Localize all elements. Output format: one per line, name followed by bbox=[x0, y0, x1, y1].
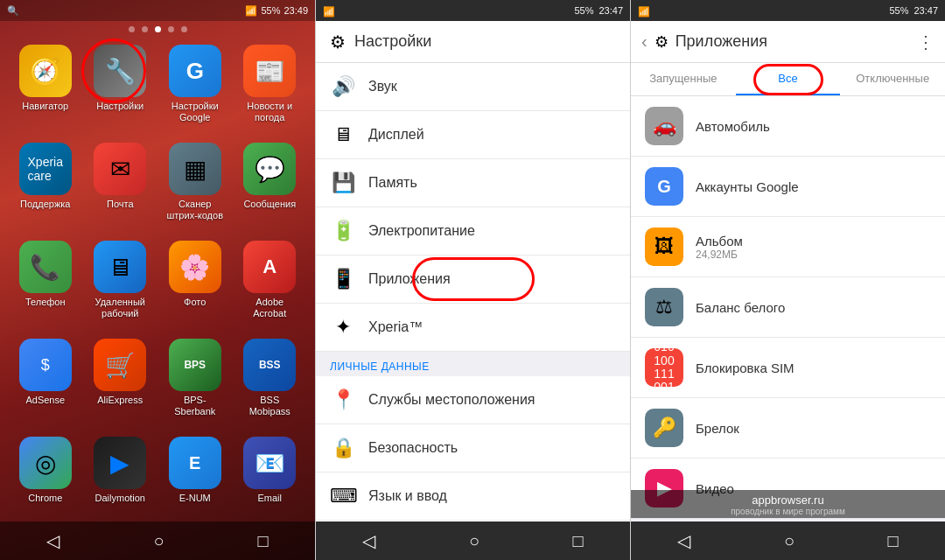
app-mail[interactable]: ✉ Почта bbox=[88, 143, 154, 232]
album-icon: 🖼 bbox=[645, 228, 683, 266]
power-icon: 🔋 bbox=[330, 220, 356, 242]
settings-item-display[interactable]: 🖥 Дисплей bbox=[316, 111, 630, 159]
list-item-album[interactable]: 🖼 Альбом 24,92МБ bbox=[631, 217, 945, 277]
apps-status-bar: 📶 55% 23:47 bbox=[631, 0, 945, 21]
app-news[interactable]: 📰 Новости и погода bbox=[237, 45, 304, 134]
tab-all[interactable]: Все bbox=[736, 63, 841, 95]
app-adsense[interactable]: $ AdSense bbox=[12, 339, 79, 428]
bss-icon: BSS bbox=[243, 339, 296, 391]
settings-item-backup[interactable]: 🔄 Резервное копирование и сброс bbox=[316, 521, 630, 522]
settings-item-apps[interactable]: 📱 Приложения bbox=[316, 256, 630, 304]
apps-more-button[interactable]: ⋮ bbox=[917, 32, 934, 52]
list-item-sim-lock[interactable]: 010100111001 Блокировка SIM bbox=[631, 338, 945, 398]
list-item-keyring[interactable]: 🔑 Брелок bbox=[631, 398, 945, 458]
settings-back-button[interactable]: ◁ bbox=[362, 530, 375, 551]
settings-item-xperia[interactable]: ✦ Xperia™ bbox=[316, 304, 630, 352]
apps-time: 23:47 bbox=[914, 5, 938, 16]
app-adobe[interactable]: A Adobe Acrobat bbox=[237, 241, 304, 330]
watermark-main: appbrowser.ru bbox=[631, 494, 945, 507]
settings-battery: 55% bbox=[574, 5, 593, 16]
settings-nav-bar: ◁ ○ □ bbox=[316, 522, 630, 560]
power-label: Электропитание bbox=[368, 223, 475, 239]
dailymotion-label: Dailymotion bbox=[95, 493, 145, 504]
navigator-icon: 🧭 bbox=[19, 45, 72, 97]
back-button[interactable]: ◁ bbox=[46, 530, 60, 551]
settings-home-button[interactable]: ○ bbox=[469, 531, 480, 551]
app-navigator[interactable]: 🧭 Навигатор bbox=[12, 45, 79, 134]
apps-home-nav-button[interactable]: ○ bbox=[784, 531, 794, 551]
sound-icon: 🔊 bbox=[330, 75, 356, 98]
watermark: appbrowser.ru проводник в мире программ bbox=[631, 490, 945, 518]
app-bss[interactable]: BSS BSS Mobipass bbox=[237, 339, 304, 428]
app-settings[interactable]: 🔧 Настройки bbox=[88, 45, 154, 134]
apps-back-button[interactable]: ‹ bbox=[641, 32, 648, 52]
settings-header: ⚙ Настройки bbox=[316, 21, 630, 63]
watermark-sub: проводник в мире программ bbox=[631, 507, 945, 516]
dot-4 bbox=[168, 26, 174, 32]
mail-label: Почта bbox=[107, 199, 134, 210]
apps-page-title: Приложения bbox=[676, 32, 910, 51]
security-icon: 🔒 bbox=[330, 437, 356, 459]
list-item-car[interactable]: 🚗 Автомобиль bbox=[631, 96, 945, 157]
list-item-google-accounts[interactable]: G Аккаунты Google bbox=[631, 157, 945, 217]
tab-running[interactable]: Запущенные bbox=[631, 63, 736, 95]
recents-button[interactable]: □ bbox=[257, 531, 268, 551]
settings-item-power[interactable]: 🔋 Электропитание bbox=[316, 207, 630, 256]
app-photo[interactable]: 🌸 Фото bbox=[162, 241, 228, 330]
adsense-label: AdSense bbox=[25, 395, 65, 406]
apps-recents-nav-button[interactable]: □ bbox=[888, 531, 899, 551]
home-screen: 🔍 📶 55% 23:49 🧭 Навигатор 🔧 Настройки G … bbox=[0, 0, 315, 560]
app-bps[interactable]: BPS BPS-Sberbank bbox=[162, 339, 228, 428]
settings-item-language[interactable]: ⌨ Язык и ввод bbox=[316, 472, 630, 521]
settings-item-location[interactable]: 📍 Службы местоположения bbox=[316, 376, 630, 424]
mail-icon: ✉ bbox=[94, 143, 146, 195]
settings-item-security[interactable]: 🔒 Безопасность bbox=[316, 424, 630, 472]
barcode-label: Сканер штрих-кодов bbox=[164, 199, 227, 221]
display-icon: 🖥 bbox=[330, 123, 356, 146]
messages-label: Сообщения bbox=[243, 199, 296, 210]
app-enum[interactable]: E E-NUM bbox=[162, 437, 228, 514]
app-messages[interactable]: 💬 Сообщения bbox=[237, 143, 304, 232]
settings-item-sound[interactable]: 🔊 Звук bbox=[316, 63, 630, 111]
barcode-icon: ▦ bbox=[169, 143, 221, 195]
apps-icon: 📱 bbox=[330, 268, 356, 290]
home-button[interactable]: ○ bbox=[153, 531, 164, 551]
bps-icon: BPS bbox=[169, 339, 221, 391]
dailymotion-icon: ▶ bbox=[94, 437, 146, 489]
navigator-label: Навигатор bbox=[22, 101, 68, 112]
tab-disabled[interactable]: Отключенные bbox=[840, 63, 945, 95]
white-balance-icon: ⚖ bbox=[645, 288, 683, 326]
app-chrome[interactable]: ◎ Chrome bbox=[12, 437, 79, 514]
app-dailymotion[interactable]: ▶ Dailymotion bbox=[88, 437, 154, 514]
settings-header-icon: ⚙ bbox=[330, 32, 346, 52]
email-icon: 📧 bbox=[243, 437, 296, 489]
apps-status-left: 📶 bbox=[638, 3, 650, 18]
app-barcode[interactable]: ▦ Сканер штрих-кодов bbox=[162, 143, 228, 232]
app-aliexpress[interactable]: 🛒 AliExpress bbox=[88, 339, 154, 428]
apps-back-nav-button[interactable]: ◁ bbox=[677, 530, 690, 551]
settings-status-bar: 📶 55% 23:47 bbox=[316, 0, 630, 21]
settings-icon: 🔧 bbox=[94, 45, 146, 97]
keyring-info: Брелок bbox=[696, 421, 739, 436]
app-grid: 🧭 Навигатор 🔧 Настройки G Настройки Goog… bbox=[0, 38, 315, 522]
app-support[interactable]: Xperiacare Поддержка bbox=[12, 143, 79, 232]
settings-recents-button[interactable]: □ bbox=[573, 531, 584, 551]
app-email[interactable]: 📧 Email bbox=[237, 437, 304, 514]
settings-status-right: 55% 23:47 bbox=[574, 5, 623, 16]
app-phone[interactable]: 📞 Телефон bbox=[12, 241, 79, 330]
home-battery: 55% bbox=[261, 5, 280, 16]
sim-lock-info: Блокировка SIM bbox=[696, 360, 794, 375]
app-settings-google[interactable]: G Настройки Google bbox=[162, 45, 228, 134]
list-item-white-balance[interactable]: ⚖ Баланс белого bbox=[631, 277, 945, 338]
xperia-icon: ✦ bbox=[330, 316, 356, 339]
white-balance-name: Баланс белого bbox=[696, 300, 785, 315]
app-remote[interactable]: 🖥 Удаленный рабочий bbox=[88, 241, 154, 330]
applications-screen: 📶 55% 23:47 ‹ ⚙ Приложения ⋮ Запущенные … bbox=[630, 0, 945, 560]
support-icon: Xperiacare bbox=[19, 143, 72, 195]
adsense-icon: $ bbox=[19, 339, 72, 391]
settings-item-memory[interactable]: 💾 Память bbox=[316, 159, 630, 207]
settings-google-label: Настройки Google bbox=[164, 101, 227, 123]
remote-icon: 🖥 bbox=[94, 241, 146, 293]
enum-label: E-NUM bbox=[179, 493, 211, 504]
xperia-label: Xperia™ bbox=[368, 319, 423, 335]
